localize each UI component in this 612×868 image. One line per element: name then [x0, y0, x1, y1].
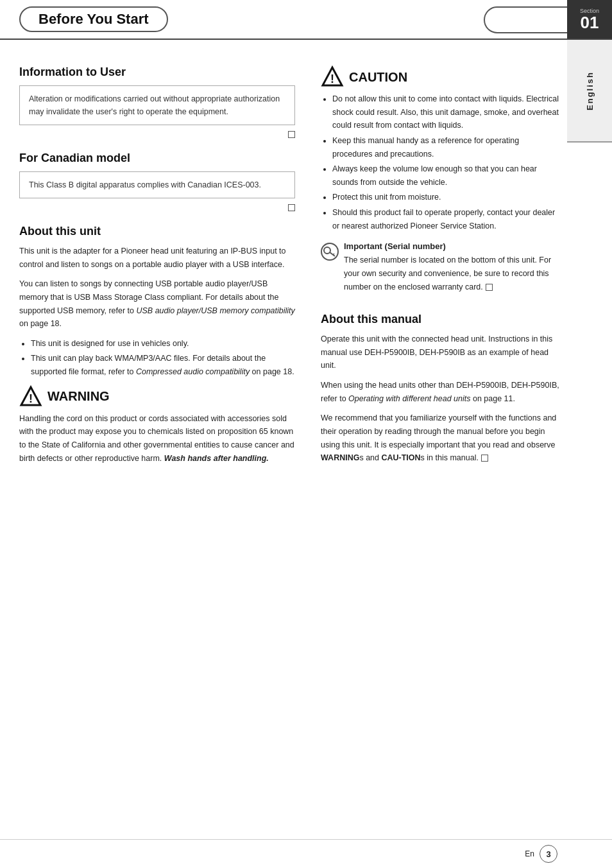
- serial-content: Important (Serial number) The serial num…: [344, 241, 561, 300]
- warning-text: Handling the cord on this product or cor…: [19, 412, 295, 465]
- serial-text: The serial number is located on the bott…: [344, 254, 561, 293]
- canadian-model-text: This Class B digital apparatus complies …: [29, 180, 261, 189]
- compressed-audio-italic: Compressed audio compatibility: [136, 367, 250, 376]
- section-number-box: Section 01: [567, 0, 612, 39]
- caution-bullet-4: Protect this unit from moisture.: [332, 191, 561, 204]
- diff-head-units-italic: Operating with different head units: [348, 394, 470, 403]
- warning-icon: !: [19, 385, 42, 408]
- warnings-bold: WARNING: [321, 453, 359, 462]
- caution-bullet-3: Always keep the volume low enough so tha…: [332, 162, 561, 189]
- svg-line-7: [333, 254, 334, 255]
- bullet-formats: This unit can play back WMA/MP3/AAC file…: [31, 352, 295, 378]
- main-content: Information to User Alteration or modifi…: [0, 40, 612, 497]
- warning-header: ! WARNING: [19, 385, 295, 408]
- about-manual-p2: When using the head units other than DEH…: [321, 379, 561, 405]
- end-square-2: [288, 204, 295, 211]
- canadian-model-box: This Class B digital apparatus complies …: [19, 171, 295, 198]
- info-to-user-box: Alteration or modifications carried out …: [19, 85, 295, 125]
- svg-text:!: !: [330, 73, 334, 85]
- caution-label: CAUTION: [349, 70, 407, 85]
- caution-header: ! CAUTION: [321, 65, 561, 89]
- footer-en-label: En: [525, 849, 534, 858]
- serial-number-box: Important (Serial number) The serial num…: [321, 241, 561, 300]
- header: Before You Start Section 01: [0, 0, 612, 40]
- wash-hands-text: Wash hands after handling.: [164, 454, 269, 463]
- svg-point-5: [324, 247, 330, 254]
- warning-label: WARNING: [47, 389, 110, 404]
- canadian-model-title: For Canadian model: [19, 152, 295, 165]
- caution-bullet-2: Keep this manual handy as a reference fo…: [332, 134, 561, 161]
- serial-title: Important (Serial number): [344, 241, 561, 251]
- end-square-3: [486, 284, 493, 291]
- page-number: 3: [540, 845, 557, 863]
- about-manual-p1: Operate this unit with the connected hea…: [321, 333, 561, 372]
- caution-bullet-5: Should this product fail to operate prop…: [332, 206, 561, 232]
- info-to-user-title: Information to User: [19, 65, 295, 79]
- cautions-bold: CAU-TION: [381, 453, 420, 462]
- caution-bullet-1: Do not allow this unit to come into cont…: [332, 92, 561, 132]
- about-manual-p3: We recommend that you familiarize yourse…: [321, 412, 561, 465]
- section-number: 01: [581, 14, 599, 31]
- about-unit-p2: You can listen to songs by connecting US…: [19, 277, 295, 331]
- page-title: Before You Start: [19, 6, 168, 32]
- footer: En 3: [0, 839, 612, 868]
- usb-compat-italic: USB audio player/USB memory compatibilit…: [136, 306, 294, 315]
- about-unit-p1: This unit is the adapter for a Pioneer h…: [19, 245, 295, 271]
- serial-icon: [321, 243, 339, 261]
- svg-text:!: !: [29, 392, 33, 405]
- end-square-1: [288, 131, 295, 138]
- about-manual-title: About this manual: [321, 313, 561, 326]
- end-square-4: [481, 455, 488, 462]
- about-unit-title: About this unit: [19, 225, 295, 238]
- info-to-user-text: Alteration or modifications carried out …: [29, 94, 280, 116]
- about-unit-bullets: This unit is designed for use in vehicle…: [19, 337, 295, 379]
- left-column: Information to User Alteration or modifi…: [0, 40, 308, 484]
- bullet-vehicles: This unit is designed for use in vehicle…: [31, 337, 295, 351]
- caution-bullets: Do not allow this unit to come into cont…: [321, 92, 561, 232]
- right-column: ! CAUTION Do not allow this unit to come…: [308, 40, 612, 484]
- caution-icon: !: [321, 65, 344, 89]
